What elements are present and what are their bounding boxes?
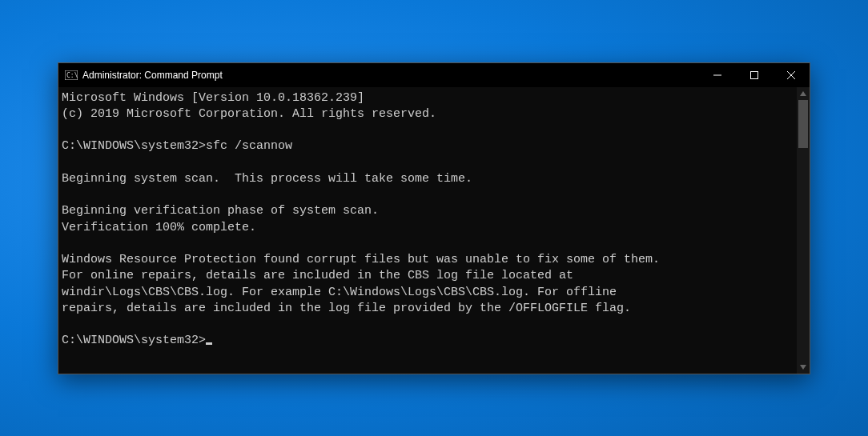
svg-marker-6 bbox=[800, 91, 806, 96]
blank-line bbox=[62, 317, 794, 333]
scroll-track[interactable] bbox=[797, 100, 810, 361]
output-line: Verification 100% complete. bbox=[62, 220, 794, 236]
prompt-path: C:\WINDOWS\system32> bbox=[62, 334, 206, 347]
blank-line bbox=[62, 155, 794, 171]
maximize-button[interactable] bbox=[736, 63, 773, 87]
blank-line bbox=[62, 187, 794, 203]
minimize-button[interactable] bbox=[699, 63, 736, 87]
command-prompt-window: C:\ Administrator: Command Prompt Micros… bbox=[58, 62, 810, 374]
cmd-icon: C:\ bbox=[65, 69, 78, 82]
close-button[interactable] bbox=[773, 63, 810, 87]
blank-line bbox=[62, 122, 794, 138]
output-line: repairs, details are included in the log… bbox=[62, 301, 794, 317]
output-line: (c) 2019 Microsoft Corporation. All righ… bbox=[62, 106, 794, 122]
output-line: Microsoft Windows [Version 10.0.18362.23… bbox=[62, 90, 794, 106]
scroll-down-arrow-icon[interactable] bbox=[797, 361, 810, 374]
window-title: Administrator: Command Prompt bbox=[82, 70, 223, 81]
prompt-path: C:\WINDOWS\system32> bbox=[62, 139, 206, 153]
svg-marker-7 bbox=[800, 365, 806, 370]
output-line: Beginning system scan. This process will… bbox=[62, 171, 794, 187]
output-line: Beginning verification phase of system s… bbox=[62, 203, 794, 219]
titlebar[interactable]: C:\ Administrator: Command Prompt bbox=[58, 63, 810, 87]
scroll-up-arrow-icon[interactable] bbox=[797, 87, 810, 100]
terminal-output[interactable]: Microsoft Windows [Version 10.0.18362.23… bbox=[58, 87, 797, 374]
vertical-scrollbar[interactable] bbox=[797, 87, 810, 374]
output-line: windir\Logs\CBS\CBS.log. For example C:\… bbox=[62, 285, 794, 301]
blank-line bbox=[62, 236, 794, 252]
scroll-thumb[interactable] bbox=[798, 100, 808, 148]
window-body: Microsoft Windows [Version 10.0.18362.23… bbox=[58, 87, 810, 374]
svg-rect-3 bbox=[751, 71, 758, 78]
command-text: sfc /scannow bbox=[206, 139, 292, 153]
output-line: For online repairs, details are included… bbox=[62, 268, 794, 284]
prompt-line: C:\WINDOWS\system32> bbox=[62, 333, 794, 349]
output-line: Windows Resource Protection found corrup… bbox=[62, 252, 794, 268]
prompt-line: C:\WINDOWS\system32>sfc /scannow bbox=[62, 138, 794, 154]
cursor bbox=[206, 342, 212, 345]
svg-text:C:\: C:\ bbox=[66, 72, 78, 79]
